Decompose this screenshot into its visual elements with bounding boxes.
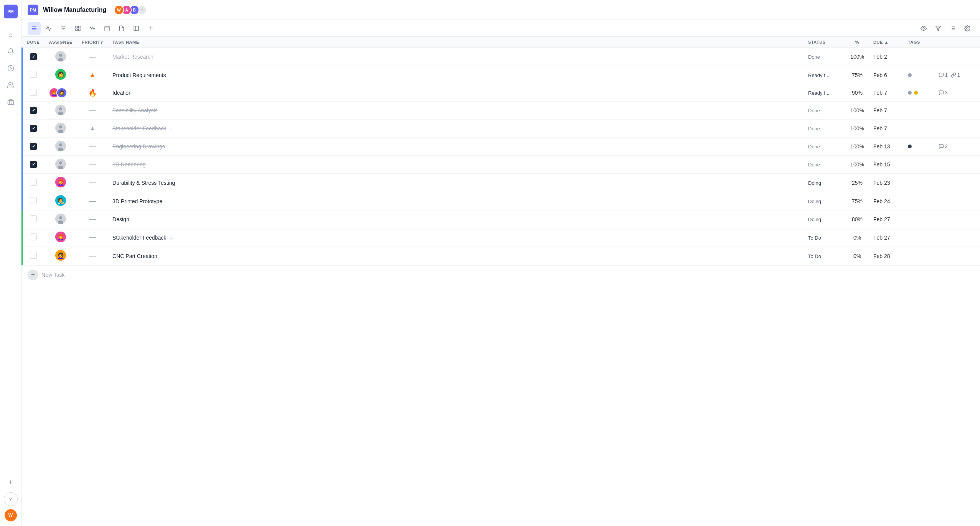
sidebar-users-icon[interactable] [4,78,18,92]
header-avatar-group[interactable]: W A B + [114,5,147,15]
avatar [55,159,66,169]
col-header-task: TASK NAME [108,37,803,48]
task-name-cell[interactable]: 3D Rendering [108,156,803,174]
sidebar-user-avatar[interactable]: W [5,509,17,521]
task-name-cell[interactable]: Product Requirements [108,66,803,84]
task-checkbox[interactable] [30,215,37,222]
task-checkbox[interactable] [30,233,37,240]
task-checkbox[interactable] [30,125,37,132]
toolbar-grid-btn[interactable] [71,22,84,35]
done-cell[interactable] [22,138,45,156]
toolbar-wave-btn[interactable] [86,22,99,35]
task-name-label: Market Research [112,54,153,60]
done-cell[interactable] [22,174,45,192]
svg-point-44 [59,107,62,110]
task-table: DONE ASSIGNEE PRIORITY TASK NAME STATUS … [21,37,980,265]
done-cell[interactable] [22,210,45,228]
task-name-cell[interactable]: 3D Printed Prototype [108,192,803,210]
toolbar-filter-btn[interactable] [57,22,70,35]
table-header-row: DONE ASSIGNEE PRIORITY TASK NAME STATUS … [22,37,980,48]
svg-rect-15 [76,26,78,28]
sidebar-clock-icon[interactable] [4,61,18,75]
svg-point-47 [59,125,62,128]
task-checkbox[interactable] [30,161,37,168]
sidebar-help-icon[interactable]: ? [4,492,18,506]
due-cell: Feb 13 [869,138,903,156]
task-name-cell[interactable]: Stakeholder Feedback ◇ [108,120,803,138]
done-cell[interactable] [22,120,45,138]
task-name-cell[interactable]: Engineering Drawings [108,138,803,156]
svg-rect-17 [76,29,78,31]
toolbar-calendar-btn[interactable] [101,22,114,35]
sidebar-home-icon[interactable]: ⌂ [4,28,18,41]
task-checkbox[interactable] [30,179,37,186]
assignee-cell [44,48,77,66]
task-name-cell[interactable]: Design [108,210,803,228]
add-task-row[interactable]: + New Task [21,265,980,284]
task-checkbox[interactable] [30,107,37,114]
tags-cell [903,138,934,156]
status-cell: Done [803,102,846,120]
toolbar-doc-btn[interactable] [115,22,128,35]
sidebar-logo[interactable]: PM [4,5,18,18]
done-cell[interactable] [22,192,45,210]
add-task-button[interactable]: + [28,270,38,280]
sidebar-add-icon[interactable]: + [4,475,18,489]
svg-point-25 [923,28,924,29]
done-cell[interactable] [22,247,45,265]
task-diamond-icon: ◇ [169,235,173,241]
toolbar-sort-btn[interactable] [946,22,959,35]
assignee-cell: 👩‍🦱 [44,247,77,265]
sidebar-bell-icon[interactable] [4,44,18,58]
task-name-cell[interactable]: Ideation [108,84,803,102]
task-name-cell[interactable]: Market Research [108,48,803,66]
task-name-cell[interactable]: Stakeholder Feedback ◇ [108,228,803,247]
toolbar-settings-btn[interactable] [961,22,974,35]
toolbar-plus-btn[interactable]: + [144,22,157,35]
task-checkbox[interactable] [30,252,37,259]
toolbar-list-btn[interactable] [28,22,41,35]
task-checkbox[interactable] [30,197,37,204]
done-cell[interactable] [22,48,45,66]
sidebar-briefcase-icon[interactable] [4,95,18,109]
task-checkbox[interactable] [30,143,37,150]
done-cell[interactable] [22,228,45,247]
add-task-label: New Task [41,272,64,278]
done-cell[interactable] [22,156,45,174]
done-cell[interactable] [22,84,45,102]
task-checkbox[interactable] [30,53,37,60]
col-header-priority: PRIORITY [77,37,108,48]
priority-dash-icon: — [89,53,96,61]
priority-dash-icon: — [89,107,96,114]
tags-cell [903,120,934,138]
done-cell[interactable] [22,66,45,84]
status-cell: Done [803,138,846,156]
task-name-cell[interactable]: CNC Part Creation [108,247,803,265]
comment-badge: 1 [939,72,948,78]
tags-cell [903,192,934,210]
priority-up-icon: ▲ [89,71,96,79]
toolbar-right [917,22,974,35]
priority-cell: — [77,247,108,265]
toolbar-funnel-btn[interactable] [932,22,945,35]
toolbar-eye-btn[interactable] [917,22,930,35]
tags-cell [903,156,934,174]
priority-cell: — [77,228,108,247]
pct-cell: 100% [846,138,869,156]
done-cell[interactable] [22,102,45,120]
toolbar-chart-btn[interactable] [42,22,55,35]
due-cell: Feb 24 [869,192,903,210]
priority-dash-icon: — [89,179,96,186]
task-name-cell[interactable]: Feasibility Analysis [108,102,803,120]
assignee-cell: 🧑‍🎨 [44,192,77,210]
task-name-cell[interactable]: Durability & Stress Testing [108,174,803,192]
extra-cell [934,192,980,210]
avatar: 🧑‍🎨 [55,195,66,206]
avatar-2: 🧔 [56,87,67,98]
task-checkbox[interactable] [30,71,37,78]
avatar: 👩‍🦰 [55,232,66,242]
svg-point-33 [967,28,968,29]
toolbar-sidebar-btn[interactable] [130,22,143,35]
task-checkbox[interactable] [30,89,37,96]
avatar-1[interactable]: W [114,5,124,15]
